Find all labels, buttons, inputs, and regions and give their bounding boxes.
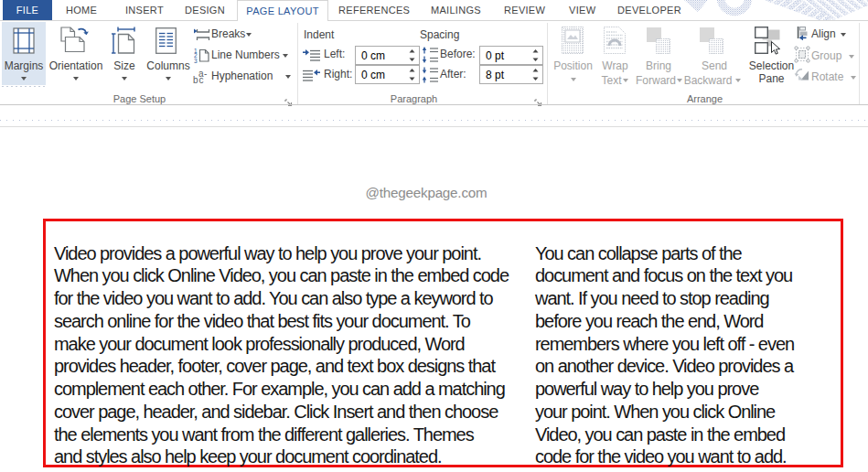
svg-text:c: c [199, 75, 204, 85]
svg-text:3: 3 [194, 58, 198, 64]
svg-text:b: b [193, 75, 198, 85]
svg-text:-: - [204, 70, 207, 79]
